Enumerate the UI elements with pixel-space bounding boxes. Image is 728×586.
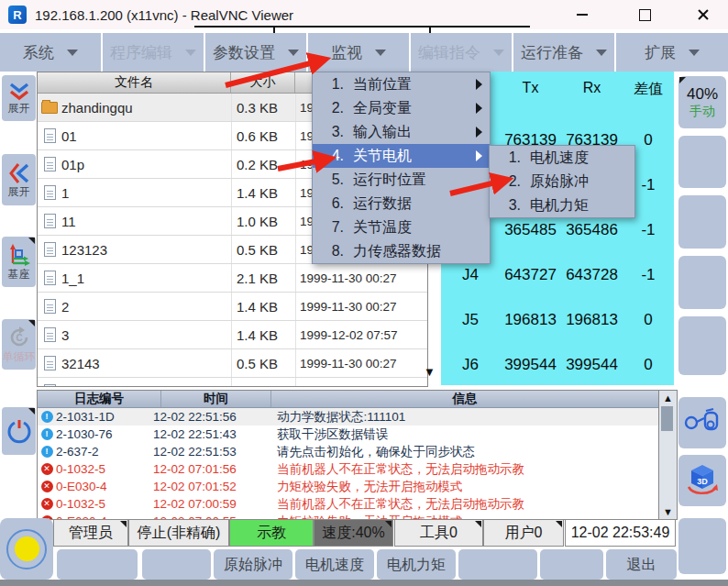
- submenu-arrow-icon: [476, 103, 482, 114]
- menu-system[interactable]: 系统: [0, 33, 101, 72]
- scroll-down-icon[interactable]: ▼: [659, 506, 677, 517]
- menu-extension[interactable]: 扩展: [616, 33, 728, 72]
- log-row[interactable]: ✕0-1032-512-02 07:00:59当前机器人不在正常状态，无法启动拖…: [38, 495, 659, 513]
- monitor-menu-popup: 1.当前位置 2.全局变量 3.输入输出 4.关节电机 5.运行时位置 6.运行…: [312, 72, 491, 264]
- file-row[interactable]: 31.4 KB1999-12-02 07:57: [38, 321, 427, 349]
- log-panel: 日志编号 时间 信息 !2-1031-1D12-02 22:51:56动力学数据…: [37, 390, 660, 520]
- menu-item-joint-motor[interactable]: 4.关节电机: [313, 144, 490, 168]
- file-size: 0.5 KB: [231, 349, 295, 377]
- joint-label: J5: [441, 311, 500, 329]
- file-name: 01p: [61, 157, 231, 172]
- log-row[interactable]: ✕0-E030-412-02 07:01:52力矩校验失败，无法开启拖动模式: [38, 478, 659, 495]
- menu-item-runtime-position[interactable]: 5.运行时位置: [313, 168, 490, 192]
- deadman-indicator-button[interactable]: [0, 518, 53, 580]
- status-user-frame[interactable]: 用户0: [483, 519, 564, 547]
- maximize-button[interactable]: [623, 0, 666, 29]
- right-button-blank[interactable]: [678, 256, 726, 309]
- log-row[interactable]: !2-1030-7612-02 22:51:43获取干涉区数据错误: [38, 426, 659, 443]
- joint-rx: 196813: [561, 311, 623, 329]
- bottom-button-blank[interactable]: [540, 549, 603, 580]
- status-clock: 12-02 22:53:49: [565, 519, 676, 547]
- log-row[interactable]: !2-637-212-02 22:51:53请先点击初始化，确保处于同步状态: [38, 443, 659, 460]
- bottom-button-blank[interactable]: [57, 549, 138, 580]
- bottom-button-blank[interactable]: [458, 549, 537, 580]
- error-icon: ✕: [41, 481, 53, 492]
- file-row[interactable]: 1_12.1 KB1999-11-30 00:27: [38, 264, 427, 293]
- submenu-item-motor-speed[interactable]: 1.电机速度: [490, 146, 634, 170]
- menu-monitor[interactable]: 监视: [308, 33, 409, 72]
- bottom-button-blank[interactable]: [142, 549, 211, 580]
- right-button-blank[interactable]: [678, 136, 726, 188]
- speed-value: 40%: [687, 85, 718, 104]
- minimize-button[interactable]: [561, 0, 603, 29]
- menu-item-input-output[interactable]: 3.输入输出: [313, 120, 490, 144]
- maximize-icon: [639, 9, 651, 21]
- log-row[interactable]: !2-1031-1D12-02 22:51:56动力学数据状态:111101: [38, 408, 659, 426]
- menu-program-edit[interactable]: 程序编辑: [103, 33, 204, 72]
- submenu-item-motor-torque[interactable]: 3.电机力矩: [490, 193, 634, 217]
- speed-mode-button[interactable]: 40% 手动: [678, 76, 726, 128]
- scroll-down-icon[interactable]: ▼: [424, 366, 436, 378]
- column-size[interactable]: 大小: [231, 72, 295, 93]
- expand-down-button[interactable]: 展开: [2, 75, 36, 121]
- menu-label: 编辑指令: [418, 42, 480, 63]
- submenu-item-raw-pulse[interactable]: 2.原始脉冲: [490, 170, 634, 193]
- menu-run-prepare[interactable]: 运行准备: [513, 33, 614, 72]
- scrollbar-thumb[interactable]: [661, 406, 673, 431]
- submenu-arrow-icon: [476, 150, 482, 161]
- menu-item-global-variables[interactable]: 2.全局变量: [313, 96, 490, 120]
- file-icon: [44, 327, 56, 342]
- joint-diff: 0: [623, 311, 674, 329]
- column-diff: 差值: [623, 80, 674, 99]
- drag-teach-button[interactable]: [678, 397, 726, 448]
- expand-left-button[interactable]: 展开: [2, 154, 36, 205]
- log-row[interactable]: ✕0-1032-512-02 07:01:56当前机器人不在正常状态，无法启动拖…: [38, 460, 659, 478]
- frame-tick: [429, 26, 431, 33]
- motor-torque-button[interactable]: 电机力矩: [377, 549, 456, 580]
- base-frame-button[interactable]: 基座: [2, 237, 36, 287]
- menu-item-number: 1.: [504, 149, 521, 166]
- log-time: 12-02 07:01:56: [153, 462, 277, 476]
- joint-tx: 365485: [500, 221, 561, 239]
- exit-button[interactable]: 退出: [606, 549, 677, 580]
- status-speed[interactable]: 速度:40%: [314, 519, 393, 547]
- close-button[interactable]: [682, 0, 724, 29]
- file-row[interactable]: 321430.5 KB1999-11-30 00:27: [38, 349, 427, 378]
- log-scrollbar[interactable]: ▲ ▼: [658, 390, 678, 520]
- right-button-blank[interactable]: [678, 195, 726, 249]
- file-row[interactable]: 21.4 KB1999-11-30 00:27: [38, 293, 427, 321]
- menu-item-label: 电机力矩: [530, 196, 589, 216]
- menu-edit-instruction[interactable]: 编辑指令: [411, 33, 512, 72]
- column-filename[interactable]: 文件名: [38, 72, 231, 93]
- log-message: 动力学数据状态:111101: [277, 409, 659, 426]
- power-button[interactable]: [2, 407, 36, 455]
- status-role[interactable]: 管理员: [53, 519, 128, 547]
- file-icon: [44, 271, 56, 285]
- raw-pulse-button[interactable]: 原始脉冲: [214, 549, 292, 580]
- menu-item-run-data[interactable]: 6.运行数据: [313, 192, 490, 216]
- log-time: 12-02 22:51:56: [153, 410, 277, 424]
- menu-item-force-sensor-data[interactable]: 8.力传感器数据: [313, 239, 490, 263]
- single-cycle-label: 单循环: [3, 351, 36, 363]
- single-cycle-button[interactable]: C 单循环: [2, 319, 36, 370]
- menu-item-joint-temperature[interactable]: 7.关节温度: [313, 216, 490, 239]
- status-tool[interactable]: 工具0: [394, 519, 483, 547]
- file-size: 1.4 KB: [231, 321, 295, 348]
- file-row[interactable]: 66_packing_angle_cn0.5 KB1999-11-30 23:5…: [38, 378, 427, 387]
- right-button-blank[interactable]: [678, 518, 726, 574]
- motor-speed-button[interactable]: 电机速度: [295, 549, 374, 580]
- menu-item-current-position[interactable]: 1.当前位置: [313, 72, 490, 96]
- right-button-blank[interactable]: [678, 316, 726, 375]
- menu-item-number: 2.: [327, 100, 344, 116]
- column-log-code: 日志编号: [38, 391, 161, 407]
- file-name: zhandingqu: [61, 100, 231, 116]
- joint-rx: 399544: [561, 356, 623, 374]
- scroll-up-icon[interactable]: ▲: [659, 393, 677, 404]
- view-3d-button[interactable]: 3D: [678, 455, 726, 506]
- menu-parameter-settings[interactable]: 参数设置: [205, 33, 306, 72]
- file-icon: [44, 299, 56, 314]
- expand-down-label: 展开: [8, 103, 30, 115]
- log-code: 2-1030-76: [56, 427, 153, 441]
- menu-item-label: 当前位置: [353, 75, 412, 94]
- file-date: 1999-12-02 07:57: [295, 321, 427, 348]
